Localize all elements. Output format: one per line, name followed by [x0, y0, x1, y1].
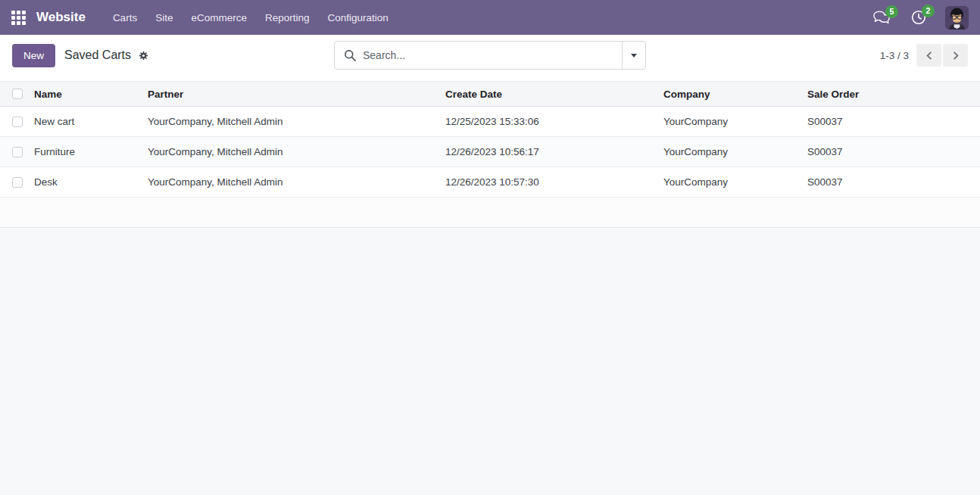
- cell-create-date: 12/26/2023 10:57:30: [445, 167, 663, 198]
- column-header-name[interactable]: Name: [34, 82, 148, 107]
- caret-down-icon: [631, 54, 637, 58]
- cell-company: YourCompany: [663, 107, 807, 137]
- menu-item-configuration[interactable]: Configuration: [318, 2, 397, 33]
- apps-menu-icon[interactable]: [11, 11, 26, 25]
- messages-badge: 5: [885, 5, 898, 18]
- cell-sale-order: S00037: [807, 167, 980, 198]
- select-all-checkbox[interactable]: [12, 89, 23, 99]
- pager-previous-button[interactable]: [916, 44, 941, 67]
- cell-partner: YourCompany, Mitchell Admin: [148, 107, 445, 137]
- table-footer-filler: [0, 198, 980, 228]
- navbar-systray: 5 2: [866, 6, 969, 30]
- search-options-toggle[interactable]: [622, 42, 645, 69]
- menu-item-reporting[interactable]: Reporting: [256, 2, 319, 33]
- table-header-row: Name Partner Create Date Company Sale Or…: [0, 82, 980, 107]
- search-input[interactable]: [363, 49, 622, 61]
- saved-carts-table: Name Partner Create Date Company Sale Or…: [0, 81, 980, 198]
- chevron-left-icon: [925, 51, 933, 61]
- cell-create-date: 12/26/2023 10:56:17: [445, 137, 663, 167]
- messages-button[interactable]: 5: [866, 7, 897, 28]
- table-row[interactable]: New cart YourCompany, Mitchell Admin 12/…: [0, 107, 980, 137]
- search-icon: [344, 49, 357, 62]
- gear-icon: [139, 51, 148, 61]
- menu-item-site[interactable]: Site: [146, 2, 182, 33]
- table-row[interactable]: Desk YourCompany, Mitchell Admin 12/26/2…: [0, 167, 980, 198]
- new-button[interactable]: New: [12, 44, 55, 67]
- cell-company: YourCompany: [663, 167, 807, 198]
- main-menu: Carts Site eCommerce Reporting Configura…: [104, 2, 398, 33]
- user-avatar[interactable]: [945, 6, 969, 30]
- row-checkbox[interactable]: [12, 117, 23, 127]
- activities-badge: 2: [922, 5, 935, 17]
- cell-sale-order: S00037: [807, 107, 980, 137]
- pager-range: 1-3 / 3: [880, 50, 909, 61]
- column-header-sale-order[interactable]: Sale Order: [807, 82, 980, 107]
- pager-next-button[interactable]: [943, 44, 968, 67]
- top-navbar: Website Carts Site eCommerce Reporting C…: [0, 0, 980, 35]
- pager: 1-3 / 3: [880, 44, 968, 67]
- settings-gear-button[interactable]: [137, 49, 150, 62]
- column-header-create-date[interactable]: Create Date: [445, 82, 663, 107]
- row-checkbox[interactable]: [12, 147, 23, 157]
- activities-button[interactable]: 2: [904, 6, 933, 29]
- menu-item-carts[interactable]: Carts: [104, 2, 146, 33]
- cell-partner: YourCompany, Mitchell Admin: [148, 137, 445, 167]
- search-bar: [334, 41, 646, 70]
- cell-sale-order: S00037: [807, 137, 980, 167]
- cell-create-date: 12/25/2023 15:33:06: [445, 107, 663, 137]
- row-checkbox[interactable]: [12, 177, 23, 188]
- cell-name: Furniture: [34, 137, 148, 167]
- page-title: Saved Carts: [64, 48, 131, 62]
- cell-name: Desk: [34, 167, 148, 198]
- app-name[interactable]: Website: [36, 10, 86, 25]
- avatar-image: [945, 6, 969, 30]
- menu-item-ecommerce[interactable]: eCommerce: [182, 2, 256, 33]
- table-row[interactable]: Furniture YourCompany, Mitchell Admin 12…: [0, 137, 980, 167]
- column-header-partner[interactable]: Partner: [148, 82, 445, 107]
- cell-partner: YourCompany, Mitchell Admin: [148, 167, 445, 198]
- list-view: Name Partner Create Date Company Sale Or…: [0, 76, 980, 228]
- cell-name: New cart: [34, 107, 148, 137]
- control-panel: New Saved Carts 1-3 / 3: [0, 35, 980, 76]
- column-header-company[interactable]: Company: [663, 82, 807, 107]
- cell-company: YourCompany: [663, 137, 807, 167]
- chevron-right-icon: [952, 51, 960, 61]
